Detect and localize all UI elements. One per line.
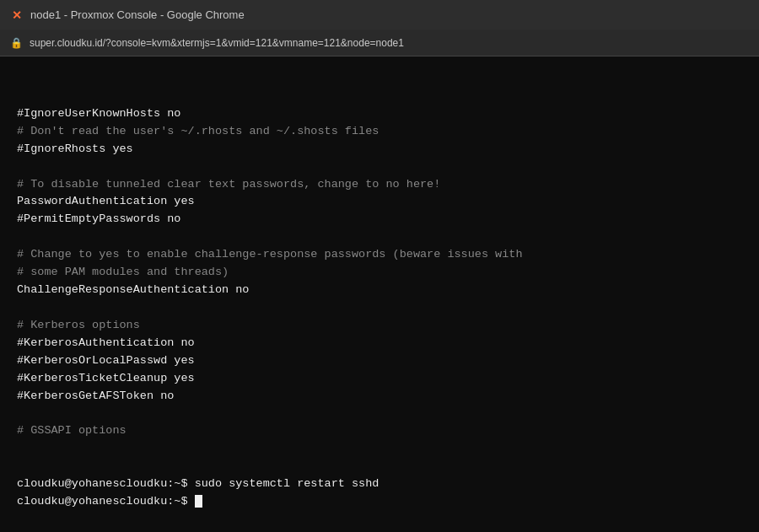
terminal-line: cloudku@yohanescloudku:~$ xyxy=(17,493,742,511)
terminal-line xyxy=(17,159,742,176)
address-bar[interactable]: 🔒 super.cloudku.id/?console=kvm&xtermjs=… xyxy=(0,30,759,56)
terminal-line: cloudku@yohanescloudku:~$ sudo systemctl… xyxy=(17,476,742,493)
terminal-area: #IgnoreUserKnownHosts no# Don't read the… xyxy=(0,56,759,532)
terminal-line: # GSSAPI options xyxy=(17,422,742,440)
browser-logo: ✕ xyxy=(12,8,22,22)
terminal-line xyxy=(17,440,742,458)
terminal-line: #KerberosAuthentication no xyxy=(17,335,742,352)
terminal-line: #IgnoreUserKnownHosts no xyxy=(17,105,742,123)
terminal-line: ChallengeResponseAuthentication no xyxy=(17,282,742,299)
terminal-line: # Don't read the user's ~/.rhosts and ~/… xyxy=(17,123,742,141)
terminal-line xyxy=(17,458,742,476)
url-text: super.cloudku.id/?console=kvm&xtermjs=1&… xyxy=(30,37,404,49)
terminal-line: PasswordAuthentication yes xyxy=(17,193,742,211)
terminal-line: #IgnoreRhosts yes xyxy=(17,141,742,159)
terminal-line: # Kerberos options xyxy=(17,317,742,335)
browser-icon: ✕ xyxy=(10,8,24,22)
terminal-content: #IgnoreUserKnownHosts no# Don't read the… xyxy=(17,70,742,532)
terminal-line: # To disable tunneled clear text passwor… xyxy=(17,176,742,194)
terminal-line: # Change to yes to enable challenge-resp… xyxy=(17,246,742,264)
terminal-line: #PermitEmptyPasswords no xyxy=(17,211,742,228)
title-bar: ✕ node1 - Proxmox Console - Google Chrom… xyxy=(0,0,759,30)
terminal-line: #KerberosTicketCleanup yes xyxy=(17,370,742,388)
terminal-line: #KerberosOrLocalPasswd yes xyxy=(17,352,742,370)
terminal-line: #KerberosGetAFSToken no xyxy=(17,388,742,406)
lock-icon: 🔒 xyxy=(10,37,23,49)
terminal-line xyxy=(17,406,742,423)
terminal-line xyxy=(17,299,742,317)
terminal-line xyxy=(17,228,742,246)
window-title: node1 - Proxmox Console - Google Chrome xyxy=(30,8,245,21)
terminal-cursor xyxy=(195,495,202,508)
terminal-line: # some PAM modules and threads) xyxy=(17,264,742,282)
